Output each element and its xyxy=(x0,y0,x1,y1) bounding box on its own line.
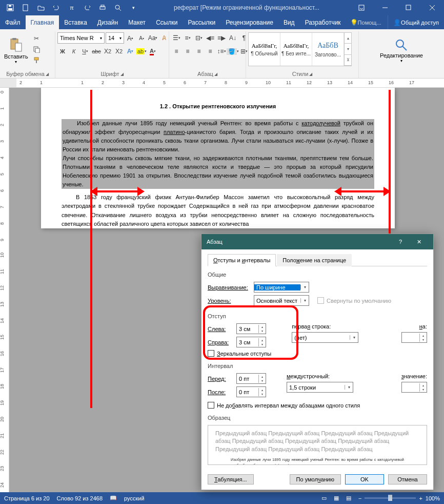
linespacing-select[interactable]: 1,5 строки▾ xyxy=(287,382,353,393)
shrink-font-icon[interactable]: A▾ xyxy=(136,33,147,43)
firstline-value-input[interactable]: ▴▾ xyxy=(401,332,427,343)
paragraph-selected[interactable]: Изобрел данные лучи 1895 году немецкий у… xyxy=(62,119,374,189)
highlight-icon[interactable]: ab▾ xyxy=(136,46,147,56)
tab-position[interactable]: Положение на странице xyxy=(277,254,352,266)
view-print-icon[interactable]: ▦ xyxy=(334,495,339,501)
align-left-icon[interactable]: ≡ xyxy=(171,46,181,56)
spacing-after-input[interactable]: 0 пт▴▾ xyxy=(236,386,266,397)
zoom-slider[interactable] xyxy=(365,497,416,499)
style-normal[interactable]: АаБбВвГг,¶ Обычный xyxy=(249,33,280,66)
level-select[interactable]: Основной текст▾ xyxy=(254,295,309,306)
clipboard-launcher-icon[interactable]: ◢ xyxy=(46,72,49,76)
styles-more-icon[interactable]: ⊻ xyxy=(345,55,351,66)
style-heading[interactable]: АаБбВЗаголово... xyxy=(312,33,344,66)
view-read-icon[interactable]: ▭ xyxy=(321,495,327,501)
dialog-titlebar[interactable]: Абзац ? ✕ xyxy=(201,234,433,249)
tab-insert[interactable]: Вставка xyxy=(59,15,92,29)
change-case-icon[interactable]: Aa▾ xyxy=(148,33,158,43)
subscript-button[interactable]: X2 xyxy=(103,46,113,56)
tab-developer[interactable]: Разработчик xyxy=(300,15,346,29)
ok-button[interactable]: OK xyxy=(345,474,384,484)
grow-font-icon[interactable]: A▴ xyxy=(125,33,135,43)
style-nospacing[interactable]: АаБбВвГг,¶ Без инте... xyxy=(280,33,312,66)
status-spellcheck-icon[interactable]: 📖 xyxy=(110,495,117,501)
tab-view[interactable]: Вид xyxy=(278,15,300,29)
cut-icon[interactable]: ✂ xyxy=(31,33,42,44)
indent-left-input[interactable]: 3 см▴▾ xyxy=(236,323,266,334)
tab-references[interactable]: Ссылки xyxy=(151,15,183,29)
linespacing-value-input[interactable]: ▴▾ xyxy=(401,382,427,393)
zoom-out-icon[interactable]: − xyxy=(358,495,361,501)
paragraph-launcher-icon[interactable]: ◢ xyxy=(214,72,217,76)
print-icon[interactable] xyxy=(95,2,110,14)
superscript-button[interactable]: X2 xyxy=(114,46,124,56)
editing-button[interactable]: Редактирование▾ xyxy=(378,32,425,68)
tabs-button[interactable]: Табуляция... xyxy=(208,474,254,484)
styles-up-icon[interactable]: ▴ xyxy=(345,33,351,44)
paste-button[interactable]: Вставить▾ xyxy=(2,32,30,68)
alignment-select[interactable]: По ширине▾ xyxy=(254,282,309,293)
paragraph-2[interactable]: В 1853 году французский физик Антуан-Фил… xyxy=(62,193,374,228)
mirror-checkbox[interactable]: Зеркальные отступы xyxy=(208,350,271,357)
align-right-icon[interactable]: ≡ xyxy=(194,46,204,56)
tab-design[interactable]: Дизайн xyxy=(92,15,123,29)
styles-launcher-icon[interactable]: ◢ xyxy=(309,72,312,76)
minimize-button[interactable] xyxy=(373,0,397,15)
redo-icon[interactable] xyxy=(80,2,94,14)
zoom-in-icon[interactable]: + xyxy=(419,495,422,501)
dialog-help-button[interactable]: ? xyxy=(391,239,410,245)
numbering-icon[interactable]: ≡▾ xyxy=(183,33,193,43)
page[interactable]: 1.2 . Открытие рентгеновского излучения … xyxy=(41,88,395,228)
bullets-icon[interactable]: ☰▾ xyxy=(171,33,181,43)
status-language[interactable]: русский xyxy=(124,495,144,501)
shading-icon[interactable]: 🪣▾ xyxy=(228,46,238,56)
align-center-icon[interactable]: ≡ xyxy=(183,46,193,56)
ribbon-options-icon[interactable] xyxy=(350,0,373,15)
ruler-body[interactable]: 211234567891011121314151617 xyxy=(16,79,444,87)
spacing-before-input[interactable]: 0 пт▴▾ xyxy=(236,373,266,384)
view-web-icon[interactable]: ▤ xyxy=(346,495,351,501)
equation-icon[interactable]: π xyxy=(65,2,79,14)
tab-review[interactable]: Рецензирование xyxy=(220,15,278,29)
outdent-icon[interactable]: ◀≡ xyxy=(205,33,215,43)
close-button[interactable] xyxy=(420,0,444,15)
new-icon[interactable] xyxy=(18,2,33,14)
ruler-horizontal[interactable]: 211234567891011121314151617 xyxy=(0,79,444,88)
ruler-vertical[interactable]: 0123456789101112131415161718192021222324 xyxy=(0,88,9,492)
line-spacing-icon[interactable]: ↕≡▾ xyxy=(216,46,227,56)
dialog-close-button[interactable]: ✕ xyxy=(410,239,428,245)
align-justify-icon[interactable]: ≡ xyxy=(205,46,215,56)
text-effects-icon[interactable]: A▾ xyxy=(125,46,135,56)
clear-format-icon[interactable]: A̷ xyxy=(159,33,169,43)
tab-layout[interactable]: Макет xyxy=(123,15,151,29)
sort-icon[interactable]: A↓ xyxy=(228,33,238,43)
font-color-icon[interactable]: A▾ xyxy=(148,46,158,56)
indent-right-input[interactable]: 3 см▴▾ xyxy=(236,337,266,347)
open-icon[interactable] xyxy=(34,2,48,14)
preview-icon[interactable] xyxy=(111,2,125,14)
tab-mailings[interactable]: Рассылки xyxy=(183,15,220,29)
qat-more-icon[interactable]: ▾ xyxy=(126,2,140,14)
font-name-select[interactable]: Times New R▾ xyxy=(57,32,105,44)
font-size-select[interactable]: 14▾ xyxy=(106,32,124,44)
default-button[interactable]: По умолчанию xyxy=(290,474,341,484)
copy-icon[interactable] xyxy=(31,44,42,54)
strike-button[interactable]: abc xyxy=(91,46,102,56)
tab-indents[interactable]: Отступы и интервалы xyxy=(208,254,276,266)
styles-gallery[interactable]: АаБбВвГг,¶ Обычный АаБбВвГг,¶ Без инте..… xyxy=(248,32,352,66)
tell-me[interactable]: 💡 Помощ... xyxy=(346,15,386,29)
tab-home[interactable]: Главная xyxy=(26,15,59,29)
maximize-button[interactable] xyxy=(397,0,420,15)
status-page[interactable]: Страница 6 из 20 xyxy=(4,495,50,501)
save-icon[interactable] xyxy=(3,2,17,14)
multilevel-icon[interactable]: ⊟▾ xyxy=(194,33,204,43)
firstline-select[interactable]: (нет)▾ xyxy=(292,332,358,343)
tab-file[interactable]: Файл xyxy=(0,15,26,29)
underline-button[interactable]: Ч▾ xyxy=(80,46,90,56)
styles-down-icon[interactable]: ▾ xyxy=(345,44,351,54)
status-words[interactable]: Слово 92 из 2468 xyxy=(57,495,103,501)
font-launcher-icon[interactable]: ◢ xyxy=(120,72,124,76)
nosame-checkbox[interactable]: Не добавлять интервал между абзацами одн… xyxy=(208,402,427,409)
share-button[interactable]: 👤 Общий доступ xyxy=(388,15,444,29)
zoom-percent[interactable]: 100% xyxy=(426,495,440,501)
